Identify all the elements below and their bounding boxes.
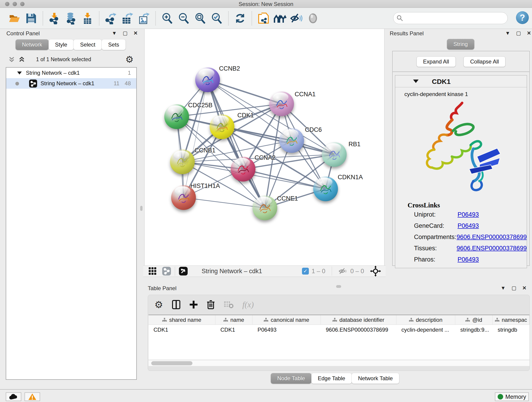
hide-selected-icon[interactable] bbox=[290, 12, 303, 25]
scrollbar-thumb[interactable] bbox=[151, 361, 192, 365]
crosslink-compartments-link[interactable]: 9606.ENSP00000378699 bbox=[457, 234, 527, 241]
network-node-rb1[interactable] bbox=[322, 142, 347, 167]
network-node-cdk1[interactable] bbox=[210, 114, 234, 139]
tab-edge-table[interactable]: Edge Table bbox=[311, 373, 352, 384]
tab-node-table[interactable]: Node Table bbox=[271, 373, 311, 384]
network-view-row[interactable]: String Network – cdk1 11 48 bbox=[6, 78, 136, 89]
search-input[interactable] bbox=[405, 15, 507, 22]
tab-string[interactable]: String bbox=[447, 39, 474, 50]
column-header[interactable]: @id bbox=[455, 315, 493, 325]
zoom-out-icon[interactable] bbox=[177, 12, 190, 25]
help-button[interactable]: ? bbox=[516, 11, 529, 24]
network-node-cdc6[interactable] bbox=[279, 128, 304, 153]
network-canvas[interactable]: CCNB2CCNA1CDC25BCDK1CDC6RB1CCNB1CCNA2CDK… bbox=[144, 29, 385, 265]
zoom-fit-icon[interactable] bbox=[194, 12, 207, 25]
export-image-icon[interactable] bbox=[138, 12, 150, 25]
results-panel-float-icon[interactable]: ▢ bbox=[516, 30, 521, 36]
memory-label: Memory bbox=[505, 394, 526, 400]
control-panel-menu-icon[interactable]: ▼ bbox=[112, 30, 117, 36]
results-panel-close-icon[interactable]: ✕ bbox=[527, 30, 531, 36]
tab-network[interactable]: Network bbox=[16, 39, 49, 50]
warning-button[interactable] bbox=[25, 392, 40, 401]
delete-column-icon[interactable] bbox=[207, 300, 215, 309]
open-session-icon[interactable] bbox=[8, 12, 21, 25]
results-panel-title: Results Panel bbox=[390, 30, 424, 37]
tab-select[interactable]: Select bbox=[74, 39, 102, 50]
tab-style[interactable]: Style bbox=[49, 39, 74, 50]
function-builder-icon[interactable]: f(x) bbox=[242, 300, 254, 309]
horizontal-splitter[interactable] bbox=[143, 283, 532, 289]
protein-thumbnail bbox=[234, 160, 252, 178]
network-node-ccnb2[interactable] bbox=[195, 67, 220, 92]
table-settings-gear-icon[interactable]: ⚙ bbox=[154, 299, 163, 310]
column-header[interactable]: namespac bbox=[493, 315, 530, 325]
node-label-ccne1: CCNE1 bbox=[277, 195, 298, 202]
results-panel: Results Panel ▼ ▢ ✕ String Expand All Co… bbox=[386, 29, 532, 283]
horizontal-scrollbar[interactable] bbox=[148, 360, 530, 366]
table-row[interactable]: CDK1 CDK1 P06493 9606.ENSP00000378699 cy… bbox=[148, 325, 530, 335]
memory-button[interactable]: Memory bbox=[495, 392, 529, 401]
control-panel-title: Control Panel bbox=[6, 30, 40, 37]
table-panel-title: Table Panel bbox=[148, 285, 177, 292]
column-header[interactable]: canonical name bbox=[253, 315, 321, 325]
protein-thumbnail bbox=[175, 189, 192, 206]
collapse-triangle-icon[interactable] bbox=[17, 71, 22, 75]
first-neighbors-icon[interactable] bbox=[273, 12, 286, 25]
share-view-icon[interactable] bbox=[162, 267, 171, 276]
show-all-icon[interactable] bbox=[307, 12, 319, 25]
table-panel-float-icon[interactable]: ▢ bbox=[512, 285, 516, 291]
pan-crosshair-icon[interactable] bbox=[370, 266, 381, 277]
add-column-icon[interactable] bbox=[189, 300, 198, 309]
open-in-window-icon[interactable] bbox=[179, 267, 188, 276]
crosslink-uniprot-link[interactable]: P06493 bbox=[457, 211, 479, 218]
grid-view-icon[interactable] bbox=[148, 267, 157, 275]
crosslink-tissues-link[interactable]: 9606.ENSP00000378699 bbox=[457, 245, 527, 252]
section-collapse-triangle-icon[interactable] bbox=[413, 80, 418, 83]
control-panel-float-icon[interactable]: ▢ bbox=[123, 30, 128, 36]
new-network-from-selection-icon[interactable] bbox=[257, 12, 270, 25]
control-panel-close-icon[interactable]: ✕ bbox=[133, 30, 138, 36]
crosslink-pharos-link[interactable]: P06493 bbox=[457, 256, 479, 263]
network-node-ccne1[interactable] bbox=[253, 196, 277, 220]
delete-table-icon[interactable] bbox=[224, 300, 234, 309]
show-columns-icon[interactable] bbox=[172, 300, 181, 309]
column-header[interactable]: name bbox=[215, 315, 253, 325]
crosslink-genecard-link[interactable]: P06493 bbox=[457, 222, 479, 230]
import-table-file-icon[interactable] bbox=[81, 12, 94, 25]
refresh-icon[interactable] bbox=[234, 12, 247, 25]
zoom-selected-icon[interactable] bbox=[210, 12, 223, 25]
column-header[interactable]: database identifier bbox=[321, 315, 396, 325]
results-panel-menu-icon[interactable]: ▼ bbox=[505, 30, 510, 36]
table-panel-menu-icon[interactable]: ▼ bbox=[500, 285, 506, 291]
column-header[interactable]: shared name bbox=[148, 315, 215, 325]
gene-section-header[interactable]: CDK1 bbox=[395, 75, 527, 87]
tab-network-table[interactable]: Network Table bbox=[352, 373, 399, 384]
network-selected-status: 1 of 1 Network selected bbox=[0, 56, 127, 63]
network-node-cdkn1a[interactable] bbox=[313, 177, 338, 201]
search-box[interactable] bbox=[393, 12, 508, 24]
expand-all-button[interactable]: Expand All bbox=[417, 56, 456, 67]
network-tree: String Network – cdk1 1 String Network –… bbox=[6, 67, 137, 380]
network-node-ccna1[interactable] bbox=[269, 91, 294, 116]
protein-thumbnail bbox=[317, 180, 334, 198]
column-header[interactable]: description bbox=[396, 315, 455, 325]
tab-sets[interactable]: Sets bbox=[102, 39, 126, 50]
cloud-status-button[interactable] bbox=[6, 392, 21, 401]
export-table-icon[interactable] bbox=[121, 12, 134, 25]
network-node-ccna2[interactable] bbox=[231, 157, 255, 182]
import-network-database-icon[interactable] bbox=[65, 12, 77, 25]
save-session-icon[interactable] bbox=[25, 12, 38, 25]
zoom-in-icon[interactable] bbox=[161, 12, 174, 25]
network-node-ccnb1[interactable] bbox=[170, 149, 195, 174]
export-network-icon[interactable] bbox=[104, 12, 117, 25]
import-network-file-icon[interactable] bbox=[48, 12, 61, 25]
network-node-cdc25b[interactable] bbox=[164, 104, 189, 129]
table-panel-close-icon[interactable]: ✕ bbox=[522, 285, 526, 291]
collapse-all-button[interactable]: Collapse All bbox=[463, 56, 505, 67]
network-collection-row[interactable]: String Network – cdk1 1 bbox=[6, 68, 136, 78]
crosslink-label: Tissues: bbox=[414, 245, 457, 252]
search-icon bbox=[397, 15, 403, 21]
network-options-gear-icon[interactable]: ⚙ bbox=[125, 54, 133, 65]
selected-checkbox-icon[interactable]: ✓ bbox=[302, 268, 309, 274]
left-splitter-handle[interactable] bbox=[140, 206, 143, 211]
